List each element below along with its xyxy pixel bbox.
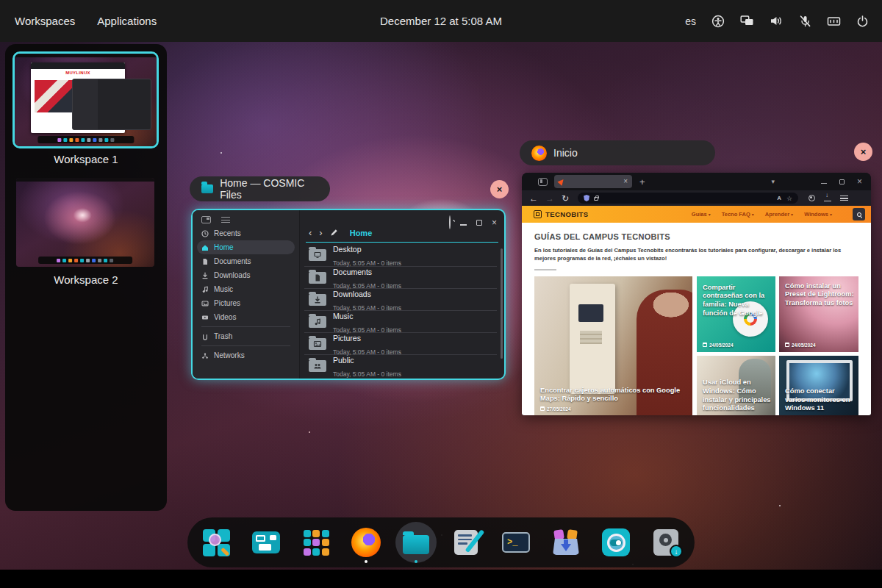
dock-item-workspaces[interactable] bbox=[249, 522, 283, 563]
article-card-monitors[interactable]: Cómo conectar varios monitores en Window… bbox=[779, 356, 858, 415]
active-tab[interactable]: × bbox=[554, 175, 632, 188]
sidebar-divider bbox=[201, 345, 290, 346]
dock-item-app-store[interactable] bbox=[549, 522, 583, 563]
site-search-button[interactable] bbox=[853, 208, 865, 220]
workspace-2-thumbnail[interactable] bbox=[16, 178, 154, 267]
text-editor-icon bbox=[451, 527, 481, 558]
dock-item-app-library[interactable] bbox=[299, 522, 333, 563]
file-row-music[interactable]: MusicToday, 5:05 AM - 0 items bbox=[304, 310, 497, 332]
running-indicator bbox=[415, 560, 417, 563]
power-icon[interactable] bbox=[856, 15, 869, 28]
sidebar-item-downloads[interactable]: Downloads bbox=[197, 268, 295, 282]
sidebar-label: Home bbox=[214, 243, 234, 251]
translate-icon[interactable]: A bbox=[777, 195, 781, 201]
site-brand[interactable]: TECNOBITS bbox=[545, 210, 589, 218]
dock: >_ ↓ bbox=[187, 517, 695, 567]
nav-aprender[interactable]: Aprender▾ bbox=[765, 211, 793, 218]
dock-item-firefox[interactable] bbox=[349, 522, 383, 563]
downloads-icon bbox=[201, 272, 209, 279]
terminal-icon: >_ bbox=[502, 532, 530, 553]
tab-close-icon[interactable]: × bbox=[623, 178, 628, 185]
keyboard-layout-applet[interactable]: es bbox=[685, 15, 696, 27]
top-panel: Workspaces Applications December 12 at 5… bbox=[0, 0, 882, 42]
dock-item-disks[interactable]: ↓ bbox=[649, 522, 683, 563]
account-icon[interactable] bbox=[808, 195, 815, 201]
file-row-pictures[interactable]: PicturesToday, 5:05 AM - 0 items bbox=[304, 332, 497, 354]
dock-item-files[interactable] bbox=[399, 522, 433, 563]
dock-item-terminal[interactable]: >_ bbox=[499, 522, 533, 563]
sidebar-item-pictures[interactable]: Pictures bbox=[197, 296, 295, 310]
article-card-google-passwords[interactable]: Compartir contraseñas con la familia: Nu… bbox=[697, 276, 775, 352]
sidebar-label: Videos bbox=[214, 313, 236, 321]
close-files-window-button[interactable]: × bbox=[490, 180, 509, 198]
article-card-google-maps[interactable]: Encontrar cajeros automáticos con Google… bbox=[534, 276, 692, 415]
tab-list-chevron-icon[interactable]: ▾ bbox=[771, 178, 775, 185]
view-toggle-icon[interactable] bbox=[201, 216, 211, 223]
file-row-desktop[interactable]: DesktopToday, 5:05 AM - 0 items bbox=[304, 244, 497, 266]
close-button[interactable]: × bbox=[492, 218, 497, 227]
files-window-pill[interactable]: Home — COSMIC Files bbox=[190, 176, 330, 201]
accessibility-icon[interactable] bbox=[711, 15, 725, 28]
applications-menu-button[interactable]: Applications bbox=[90, 10, 164, 32]
edit-path-icon[interactable] bbox=[330, 229, 338, 237]
file-row-documents[interactable]: DocumentsToday, 5:05 AM - 0 items bbox=[304, 266, 497, 288]
dock-item-launcher[interactable] bbox=[199, 522, 233, 563]
nav-guias[interactable]: Guías▾ bbox=[692, 211, 711, 218]
close-firefox-window-button[interactable]: × bbox=[854, 143, 872, 161]
sidebar-item-videos[interactable]: Videos bbox=[197, 310, 295, 324]
scrollbar[interactable] bbox=[501, 248, 503, 359]
sidebar-item-documents[interactable]: Documents bbox=[197, 254, 295, 268]
bookmark-star-icon[interactable]: ☆ bbox=[786, 195, 792, 202]
forward-icon[interactable]: → bbox=[545, 193, 554, 204]
article-card-icloud[interactable]: Usar iCloud en Windows: Cómo instalar y … bbox=[697, 356, 775, 415]
nav-windows[interactable]: Windows▾ bbox=[804, 211, 832, 218]
sidebar-item-trash[interactable]: Trash bbox=[197, 329, 295, 343]
save-to-pocket-icon[interactable] bbox=[824, 195, 831, 201]
volume-icon[interactable] bbox=[770, 15, 784, 27]
minimize-button[interactable] bbox=[821, 183, 827, 184]
file-row-public[interactable]: PublicToday, 5:05 AM - 0 items bbox=[304, 354, 497, 376]
launcher-icon bbox=[201, 527, 232, 558]
status-area: es bbox=[685, 15, 882, 28]
reload-icon[interactable]: ↻ bbox=[562, 193, 569, 204]
menu-icon[interactable] bbox=[221, 217, 230, 223]
forward-icon[interactable]: › bbox=[319, 228, 322, 237]
url-bar[interactable]: A ☆ bbox=[578, 193, 798, 204]
ethernet-icon[interactable] bbox=[827, 15, 841, 27]
firefox-view-icon[interactable] bbox=[538, 178, 548, 186]
workspace-1-thumbnail[interactable]: MUYLINUX bbox=[12, 51, 159, 148]
firefox-window-pill[interactable]: Inicio bbox=[520, 140, 715, 165]
dock-item-text-editor[interactable] bbox=[449, 522, 483, 563]
cosmic-files-window[interactable]: Recents Home Documents Downloads Music P… bbox=[191, 209, 506, 380]
dock-item-settings[interactable] bbox=[599, 522, 633, 563]
screen-share-icon[interactable] bbox=[740, 15, 754, 27]
back-icon[interactable]: ← bbox=[529, 193, 538, 204]
site-body: GUÍAS DEL CAMPUS TECNOBITS En los tutori… bbox=[522, 232, 871, 415]
sidebar-item-recents[interactable]: Recents bbox=[197, 226, 295, 240]
music-icon bbox=[201, 286, 209, 293]
minimize-button[interactable] bbox=[460, 224, 467, 226]
app-menu-icon[interactable] bbox=[840, 196, 848, 201]
sidebar-item-music[interactable]: Music bbox=[197, 282, 295, 296]
search-icon bbox=[857, 212, 861, 217]
magnifier-icon bbox=[209, 534, 221, 546]
breadcrumb[interactable]: Home bbox=[350, 229, 373, 237]
new-tab-button[interactable]: + bbox=[639, 176, 645, 187]
back-icon[interactable]: ‹ bbox=[309, 228, 312, 237]
restore-button[interactable] bbox=[839, 179, 845, 184]
microphone-muted-icon[interactable] bbox=[799, 15, 811, 28]
search-icon[interactable] bbox=[449, 216, 451, 229]
article-card-lightroom[interactable]: Cómo instalar un Preset de Lightroom: Tr… bbox=[779, 276, 858, 352]
file-row-downloads[interactable]: DownloadsToday, 5:05 AM - 0 items bbox=[304, 288, 497, 310]
workspaces-menu-button[interactable]: Workspaces bbox=[7, 10, 82, 32]
sidebar-item-networks[interactable]: Networks bbox=[197, 348, 295, 362]
file-name: Music bbox=[333, 312, 353, 320]
page-intro: En los tutoriales de Guías del Campus Te… bbox=[534, 246, 856, 263]
tracking-protection-icon[interactable] bbox=[584, 195, 589, 201]
firefox-window[interactable]: × + ▾ × ← → ↻ A ☆ bbox=[522, 173, 871, 415]
sidebar-item-home[interactable]: Home bbox=[197, 240, 295, 254]
file-meta: Today, 5:05 AM - 0 items bbox=[333, 370, 401, 378]
maximize-button[interactable] bbox=[476, 220, 482, 226]
nav-tecno-faq[interactable]: Tecno FAQ▾ bbox=[722, 211, 754, 218]
close-button[interactable]: × bbox=[857, 176, 862, 187]
